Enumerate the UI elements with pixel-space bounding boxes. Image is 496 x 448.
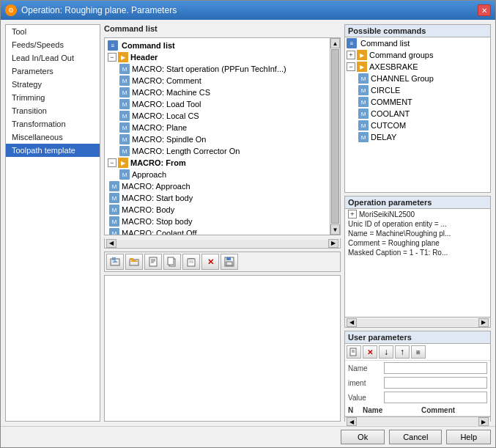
op-params-comment: Comment = Roughing plane [345, 238, 490, 248]
sidebar-item-strategy[interactable]: Strategy [6, 78, 100, 91]
hscroll-right[interactable]: ▶ [478, 318, 489, 327]
tree-item-macro2[interactable]: M MACRO: Comment [106, 75, 328, 87]
scroll-down-btn[interactable]: ▼ [330, 224, 340, 235]
value-label: Value [348, 394, 381, 402]
pc-item-circle[interactable]: M CIRCLE [345, 84, 490, 96]
svg-rect-15 [226, 257, 231, 260]
tree-item-header[interactable]: − ▶ Header [106, 51, 328, 63]
toolbar-btn-load1[interactable] [106, 254, 124, 270]
tree-item-macro5[interactable]: M MACRO: Local CS [106, 110, 328, 122]
sidebar-item-parameters[interactable]: Parameters [6, 65, 100, 78]
hscroll-left[interactable]: ◀ [347, 318, 357, 327]
tree-label: COMMENT [371, 98, 412, 106]
toolbar-btn-copy[interactable] [163, 254, 181, 270]
tree-item-stop-body[interactable]: M MACRO: Body [106, 204, 328, 216]
pc-item-comment[interactable]: M COMMENT [345, 96, 490, 108]
sidebar-item-toolpath-template[interactable]: Toolpath template [6, 144, 100, 157]
expand-btn[interactable]: − [347, 62, 355, 71]
command-list-scroll[interactable]: ≡ Command list − ▶ Header M MACRO: Start… [105, 38, 330, 235]
op-params-hscroll[interactable]: ◀ ▶ [345, 317, 490, 327]
toolbar-btn-save[interactable] [221, 254, 238, 270]
toolbar-btn-paste[interactable] [182, 254, 200, 270]
macro-icon: M [119, 169, 130, 180]
pc-item-command-groups[interactable]: + ▶ Command groups [345, 49, 490, 61]
expand-approach[interactable]: − [108, 158, 116, 167]
ok-button[interactable]: Ok [341, 430, 385, 444]
user-params-up-btn[interactable]: ↑ [395, 345, 410, 359]
tree-label: MACRO: Comment [132, 76, 201, 85]
macro-icon: M [109, 228, 119, 235]
hscroll-right[interactable]: ▶ [478, 417, 489, 426]
sidebar-item-trimming[interactable]: Trimming [6, 91, 100, 104]
expand-btn[interactable]: + [347, 51, 355, 59]
user-params-new-btn[interactable] [347, 345, 361, 359]
sidebar-item-lead-in-lead-out[interactable]: Lead In/Lead Out [6, 51, 100, 65]
svg-rect-9 [168, 257, 174, 265]
user-params-down-btn[interactable]: ↓ [379, 345, 393, 359]
user-params-name-row: Name [345, 361, 490, 375]
tree-item-macro3[interactable]: M MACRO: Machine CS [106, 87, 328, 98]
tree-label: MACRO: Load Tool [132, 100, 201, 109]
tree-item-approach-macro[interactable]: M Approach [106, 169, 328, 180]
scroll-thumb[interactable] [331, 49, 339, 224]
tree-item-macro1[interactable]: M MACRO: Start operation (PPFun TechInf.… [106, 63, 328, 75]
tree-item-macro8[interactable]: M MACRO: Length Corrector On [106, 145, 328, 157]
sidebar-item-transformation[interactable]: Transformation [6, 117, 100, 131]
col-n: N [348, 406, 363, 414]
tree-item-spindle-off[interactable]: M MACRO: Coolant Off [106, 227, 328, 235]
expand-icon[interactable]: + [348, 210, 357, 219]
pc-item-cutcom[interactable]: M CUTCOM [345, 120, 490, 131]
op-params-scroll[interactable]: + MoriSeikiNL2500 Unic ID of operation e… [345, 209, 490, 317]
toolbar-btn-delete[interactable]: ✕ [201, 254, 219, 270]
possible-commands-scroll[interactable]: ≡ Command list + ▶ Command groups − ▶ AX… [345, 37, 490, 192]
tree-item-macro6[interactable]: M MACRO: Plane [106, 122, 328, 133]
tree-item-command-list[interactable]: ≡ Command list [106, 40, 328, 51]
macro-icon: M [358, 97, 369, 107]
help-button[interactable]: Help [446, 430, 491, 444]
value-input[interactable] [384, 392, 487, 403]
pc-item-delay[interactable]: M DELAY [345, 131, 490, 143]
tree-item-macro7[interactable]: M MACRO: Spindle On [106, 133, 328, 145]
tree-item-approach[interactable]: − ▶ MACRO: From [106, 157, 328, 169]
tree-item-start-body[interactable]: M MACRO: Approach [106, 180, 328, 192]
pc-item-axesbrake[interactable]: − ▶ AXESBRAKE [345, 61, 490, 73]
tree-item-body[interactable]: M MACRO: Start body [106, 192, 328, 204]
pc-item-command-list[interactable]: ≡ Command list [345, 37, 490, 49]
scroll-up-btn[interactable]: ▲ [330, 38, 340, 48]
sidebar-item-transition[interactable]: Transition [6, 104, 100, 117]
op-params-moriseiki[interactable]: + MoriSeikiNL2500 [345, 209, 490, 219]
toolbar-btn-new[interactable] [144, 254, 162, 270]
hscroll-left[interactable]: ◀ [347, 417, 357, 426]
pc-item-channel-group[interactable]: M CHANNEL Group [345, 73, 490, 84]
iment-input[interactable] [384, 377, 487, 389]
svg-rect-4 [149, 257, 157, 266]
pc-item-coolant[interactable]: M COOLANT [345, 108, 490, 120]
cancel-button[interactable]: Cancel [389, 430, 442, 444]
tree-item-macro4[interactable]: M MACRO: Load Tool [106, 98, 328, 110]
tree-label: Command list [122, 41, 175, 50]
expand-header[interactable]: − [108, 53, 116, 62]
close-button[interactable]: ✕ [478, 4, 491, 16]
tree-label: CHANNEL Group [371, 74, 434, 83]
macro-icon: M [358, 73, 369, 84]
name-input[interactable] [384, 362, 487, 374]
name-label: Name [348, 364, 381, 372]
tree-item-coolant-off[interactable]: M MACRO: Stop body [106, 216, 328, 227]
hscroll-bar[interactable]: ◀ ▶ [104, 238, 341, 249]
list-icon: ≡ [108, 40, 118, 51]
user-params-value-row: Value [345, 390, 490, 405]
sidebar-item-miscellaneous[interactable]: Miscellaneous [6, 131, 100, 144]
sidebar-item-tool[interactable]: Tool [6, 25, 100, 38]
folder-icon: ▶ [118, 52, 128, 62]
hscroll-right-btn[interactable]: ▶ [328, 239, 338, 248]
hscroll-track [357, 319, 478, 326]
col-name: Name [363, 406, 421, 414]
hscroll-left-btn[interactable]: ◀ [106, 239, 116, 248]
toolbar-btn-load2[interactable] [125, 254, 143, 270]
tree-label: MACRO: Plane [132, 123, 187, 132]
user-params-delete-btn[interactable]: ✕ [363, 345, 377, 359]
sidebar-item-feeds-speeds[interactable]: Feeds/Speeds [6, 38, 100, 51]
user-params-hscroll[interactable]: ◀ ▶ [345, 416, 490, 426]
command-list-scrollbar[interactable]: ▲ ▼ [330, 38, 340, 235]
user-params-edit-btn[interactable]: ≡ [411, 345, 426, 359]
